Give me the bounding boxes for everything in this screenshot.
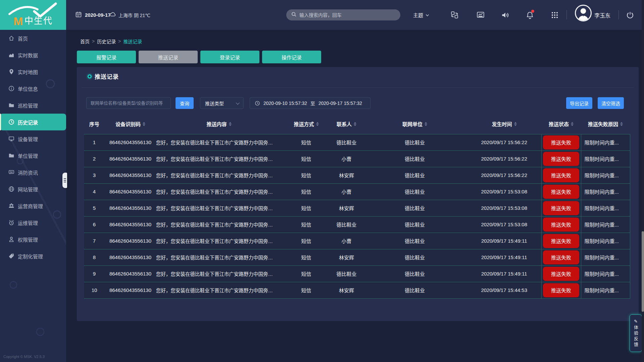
- status-badge: 推送失败: [543, 234, 579, 248]
- sidebar-item-6[interactable]: 历史记录: [0, 114, 66, 130]
- status-badge: 推送失败: [543, 218, 579, 232]
- cell-device-id: 864626043556130: [105, 200, 156, 216]
- person-icon: [8, 236, 15, 243]
- breadcrumb-item[interactable]: 推送记录: [123, 38, 142, 45]
- date-range-picker[interactable]: 2020-09-10 15:57:32 至 2020-09-17 15:57:3…: [250, 97, 370, 109]
- brand-logo: M中生代: [0, 0, 66, 30]
- tab-3[interactable]: 登录记录: [200, 51, 259, 63]
- chart-icon[interactable]: [476, 10, 485, 19]
- query-button[interactable]: 查询: [176, 97, 194, 109]
- volume-icon[interactable]: [500, 10, 509, 19]
- tab-2[interactable]: 推送记录: [139, 51, 198, 63]
- cell-no: 4: [84, 183, 105, 200]
- sidebar-item-11[interactable]: 运营商管理: [0, 197, 66, 214]
- sort-icon: [229, 122, 232, 126]
- sidebar-item-10[interactable]: 网站管理: [0, 181, 66, 197]
- clock-icon: [8, 119, 15, 125]
- chevron-down-icon: [236, 101, 240, 104]
- column-header-sort[interactable]: 推送内容: [206, 120, 231, 127]
- cell-contact: 德比鞋业: [331, 216, 362, 233]
- folder-icon: [8, 102, 15, 109]
- cell-reason: 限制时间内重...: [581, 216, 630, 233]
- cell-content: 您好，您安装在德比鞋业下晋江市广安路野力中国旁边德...: [156, 183, 282, 200]
- cell-time: 2020/09/17 15:56:22: [467, 150, 541, 167]
- sidebar-item-1[interactable]: 首页: [0, 30, 66, 47]
- sidebar-item-label: 定制化管理: [18, 253, 43, 260]
- cell-device-id: 864626043556130: [105, 282, 156, 298]
- cell-unit: 德比鞋业: [362, 265, 467, 282]
- divider: [82, 87, 634, 88]
- column-header-sort[interactable]: 推送方式: [294, 120, 318, 127]
- cell-content: 您好，您安装在德比鞋业下晋江市广安路野力中国旁边德...: [156, 233, 282, 249]
- bell-icon[interactable]: [525, 10, 534, 19]
- status-badge: 推送失败: [543, 152, 579, 166]
- cell-method: 短信: [282, 200, 331, 216]
- cell-content: 您好，您安装在德比鞋业下晋江市广安路野力中国旁边德...: [156, 134, 282, 150]
- cell-reason: 限制时间内重...: [581, 282, 630, 298]
- scrollbar-thumb[interactable]: [642, 231, 644, 312]
- table-row: 10864626043556130您好，您安装在德比鞋业下晋江市广安路野力中国旁…: [84, 282, 630, 298]
- cell-unit: 德比鞋业: [362, 216, 467, 233]
- breadcrumb-item[interactable]: 首页: [80, 38, 90, 45]
- sidebar-item-12[interactable]: 运维管理: [0, 214, 66, 231]
- sidebar-collapse-handle[interactable]: [62, 173, 67, 188]
- pencil-icon: ✎: [634, 319, 638, 324]
- cell-no: 2: [84, 150, 105, 167]
- cell-content: 您好，您安装在德比鞋业下晋江市广安路野力中国旁边德...: [156, 249, 282, 265]
- theme-selector[interactable]: 主题: [413, 0, 429, 30]
- weather-icon: [109, 11, 116, 19]
- cell-unit: 德比鞋业: [362, 183, 467, 200]
- topbar: 2020-09-17 上海市 阴 21℃ 主题: [66, 0, 644, 30]
- logo-m: M: [13, 15, 23, 27]
- push-type-select[interactable]: 推送类型: [200, 97, 244, 109]
- cell-no: 8: [84, 249, 105, 265]
- sidebar-item-13[interactable]: 权限管理: [0, 231, 66, 248]
- cell-status: 推送失败: [541, 134, 581, 150]
- chart-area-icon: [8, 52, 15, 58]
- tab-1[interactable]: 报警记录: [77, 51, 136, 63]
- table-body: 1864626043556130您好，您安装在德比鞋业下晋江市广安路野力中国旁边…: [84, 134, 630, 298]
- sidebar-item-label: 单位管理: [18, 152, 38, 159]
- column-header-sort[interactable]: 发生时间: [492, 120, 516, 127]
- search-input[interactable]: [299, 12, 396, 18]
- sidebar-item-14[interactable]: 定制化管理: [0, 248, 66, 264]
- cell-reason: 限制时间内重...: [581, 183, 630, 200]
- weather-text: 上海市 阴 21℃: [118, 12, 150, 18]
- sidebar-item-5[interactable]: 巡检管理: [0, 97, 66, 114]
- clear-filters-button[interactable]: 清空筛选: [598, 97, 624, 109]
- sidebar-item-4[interactable]: 单位信息: [0, 80, 66, 97]
- section-title: 推送记录: [88, 72, 119, 80]
- cell-content: 您好，您安装在德比鞋业下晋江市广安路野力中国旁边德...: [156, 282, 282, 298]
- cell-time: 2020/09/17 15:56:22: [467, 134, 541, 150]
- keyword-input[interactable]: [87, 101, 170, 106]
- table-row: 2864626043556130您好，您安装在德比鞋业下晋江市广安路野力中国旁边…: [84, 150, 630, 167]
- feedback-button[interactable]: ✎ 体验反馈: [630, 314, 642, 352]
- column-header-sort[interactable]: 联网单位: [402, 120, 427, 127]
- tab-4[interactable]: 操作记录: [262, 51, 321, 63]
- weather-display: 上海市 阴 21℃: [109, 0, 150, 30]
- username[interactable]: 李玉东: [594, 0, 610, 30]
- avatar[interactable]: [575, 5, 592, 21]
- sidebar-item-9[interactable]: 消防资讯: [0, 164, 66, 181]
- cell-time: 2020/09/17 15:53:08: [467, 183, 541, 200]
- cell-reason: 限制时间内重...: [581, 200, 630, 216]
- cell-content: 您好，您安装在德比鞋业下晋江市广安路野力中国旁边德...: [156, 167, 282, 183]
- sidebar-item-label: 运维管理: [18, 219, 38, 226]
- column-header-sort[interactable]: 推送状态: [549, 120, 574, 127]
- power-icon[interactable]: [626, 10, 635, 19]
- swap-icon[interactable]: [450, 10, 459, 19]
- apps-grid-icon[interactable]: [550, 10, 559, 19]
- export-button[interactable]: 导出记录: [566, 97, 592, 109]
- status-badge: 推送失败: [543, 267, 579, 281]
- column-header-sort[interactable]: 设备识别码: [115, 120, 145, 127]
- table-row: 9864626043556130您好，您安装在德比鞋业下晋江市广安路野力中国旁边…: [84, 265, 630, 282]
- cell-device-id: 864626043556130: [105, 183, 156, 200]
- sidebar-item-3[interactable]: 实时地图: [0, 63, 66, 80]
- sidebar-item-2[interactable]: 实时数据: [0, 47, 66, 63]
- sidebar-item-7[interactable]: 设备管理: [0, 130, 66, 147]
- breadcrumb-item[interactable]: 历史记录: [97, 38, 116, 45]
- column-header-sort[interactable]: 联系人: [337, 120, 356, 127]
- cell-method: 短信: [282, 216, 331, 233]
- column-header-sort[interactable]: 推送失败原因: [588, 120, 623, 127]
- sidebar-item-8[interactable]: 单位管理: [0, 147, 66, 164]
